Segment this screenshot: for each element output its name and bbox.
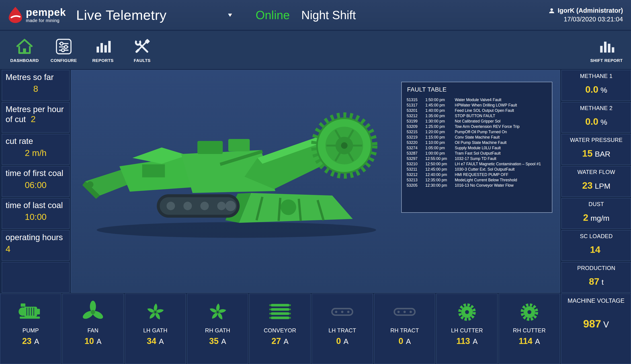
stat-first-coal: time of first coal 06:00 [2, 166, 70, 197]
nav-bar: DASHBOARD CONFIGURE [0, 31, 631, 69]
cutter-icon [454, 298, 480, 327]
user-name: IgorK (Administrator) [558, 7, 623, 14]
gathering-arm-icon [142, 298, 168, 327]
fault-id: 53274 [407, 145, 423, 150]
content-area: Metres so far 8 Metres per hour of cut 2… [0, 70, 631, 293]
fault-row: 53219 1:15:00 pm Conv State Machine Faul… [407, 134, 547, 140]
datetime: 17/03/2020 03:21:04 [548, 16, 623, 23]
fault-id: 53210 [407, 161, 423, 167]
motor-pump: PUMP 23A [0, 294, 61, 364]
fault-time: 1:40:00 pm [425, 108, 452, 113]
fault-description: Supply Module L0LU Fault [455, 145, 547, 150]
fault-time: 1:30:00 pm [425, 118, 452, 124]
fault-id: 51315 [407, 97, 423, 102]
pump-icon [16, 298, 44, 327]
bar-chart-icon [94, 37, 112, 56]
motor-lh-cutter: LH CUTTER 113A [436, 294, 498, 364]
top-bar: pempek made for mining Live Telemetry ▼ … [0, 0, 631, 30]
fault-id: 53199 [407, 118, 423, 124]
fault-time: 1:50:00 pm [425, 97, 452, 102]
fault-description: 1030-3 Cutter Ext. Sol OutputFault [455, 167, 547, 172]
machine-voltage-panel: MACHINE VOLTAGE 987V [561, 294, 631, 364]
app-root: pempek made for mining Live Telemetry ▼ … [0, 0, 631, 364]
sensor-sc-loaded: SC LOADED 14 [562, 230, 631, 261]
fault-time: 12:30:00 pm [425, 183, 452, 188]
fault-time: 12:40:00 pm [425, 172, 452, 177]
fault-id: 53213 [407, 177, 423, 183]
sensor-methane-2: METHANE 2 0.0% [562, 102, 631, 133]
fault-time: 12:45:00 pm [425, 167, 452, 172]
fault-time: 1:45:00 pm [425, 102, 452, 108]
fault-time: 1:05:00 pm [425, 145, 452, 150]
fault-description: Tow Arm Overtension REV Force Trip [455, 124, 547, 129]
motor-rh-cutter: RH CUTTER 114A [499, 294, 560, 364]
fault-time: 1:20:00 pm [425, 129, 452, 134]
track-icon [390, 298, 419, 327]
conveyor-icon [266, 298, 294, 327]
nav-dashboard[interactable]: DASHBOARD [5, 37, 44, 63]
fault-time: 12:35:00 pm [425, 177, 452, 183]
fault-description: Oil Pump State Machine Fault [455, 140, 547, 145]
motor-fan: FAN 10A [62, 294, 124, 364]
page-title: Live Telemetry [76, 7, 167, 23]
motor-lh-gath: LH GATH 34A [125, 294, 186, 364]
stat-cut-rate: cut rate 2 m/h [2, 134, 70, 164]
fault-description: LH e7 FAULT Magnetic Contamination – Spo… [455, 161, 547, 167]
fault-id: 53297 [407, 156, 423, 161]
shift-name: Night Shift [301, 8, 356, 22]
fault-row: 53215 1:20:00 pm PumpOff-Oil Pump Turned… [407, 129, 547, 134]
gathering-arm-icon [205, 298, 230, 327]
nav-faults[interactable]: FAULTS [122, 37, 162, 63]
fault-time: 1:25:00 pm [425, 124, 452, 129]
fault-description: ModeLight Current Below Threshold [455, 177, 547, 183]
sensor-methane-1: METHANE 1 0.0% [562, 70, 631, 101]
stat-empty-panel [2, 262, 70, 293]
fault-row: 53211 12:45:00 pm 1030-3 Cutter Ext. Sol… [407, 167, 547, 172]
fault-time: 1:35:00 pm [425, 113, 452, 118]
fault-id: 53220 [407, 140, 423, 145]
fault-time: 1:15:00 pm [425, 134, 452, 140]
fault-description: Conv State Machine Fault [455, 134, 547, 140]
motor-status-row: PUMP 23A FAN 10A [0, 294, 631, 364]
pempek-logo-icon [8, 6, 23, 24]
fault-row: 53213 12:35:00 pm ModeLight Current Belo… [407, 177, 547, 183]
sliders-icon [55, 37, 72, 56]
sensor-dust: DUST 2mg/m [562, 198, 631, 229]
user-icon [548, 7, 555, 14]
stat-last-coal: time of last coal 10:00 [2, 198, 70, 229]
fault-description: Water Module Valve4 Fault [455, 97, 547, 102]
fault-row: 53220 1:10:00 pm Oil Pump State Machine … [407, 140, 547, 145]
fault-table[interactable]: FAULT TABLE 51315 1:50:00 pm Water Modul… [401, 82, 552, 213]
fault-row: 53297 12:55:00 pm 1032-17 Sump TD Fault [407, 156, 547, 161]
nav-reports[interactable]: REPORTS [83, 37, 122, 63]
pempek-logo: pempek made for mining [8, 6, 66, 24]
fault-id: 53209 [407, 124, 423, 129]
chevron-down-icon[interactable]: ▼ [226, 12, 233, 18]
home-icon [15, 37, 34, 56]
fault-description: Feed Line SOL Output Open Fault [455, 108, 547, 113]
nav-shift-report[interactable]: SHIFT REPORT [587, 37, 626, 63]
fault-time: 1:10:00 pm [425, 140, 452, 145]
motor-rh-gath: RH GATH 35A [187, 294, 248, 364]
fault-description: HPWater When Drilling LOWP Fault [455, 102, 547, 108]
nav-configure[interactable]: CONFIGURE [44, 37, 83, 63]
fault-row: 53199 1:30:00 pm Not Calibrated Gripper … [407, 118, 547, 124]
fault-id: 53212 [407, 172, 423, 177]
stat-metres-so-far: Metres so far 8 [2, 70, 70, 101]
fault-row: 53212 1:35:00 pm STOP BUTTON FAULT [407, 113, 547, 118]
fault-row: 53209 1:25:00 pm Tow Arm Overtension REV… [407, 124, 547, 129]
fault-description: HMI REQUESTED PUMP OFF [455, 172, 547, 177]
sensor-water-flow: WATER FLOW 23LPM [562, 166, 631, 197]
main-viewport: FAULT TABLE 51315 1:50:00 pm Water Modul… [71, 70, 560, 293]
tools-icon [133, 37, 151, 56]
motor-lh-tract: LH TRACT 0A [312, 294, 373, 364]
fault-row: 53287 1:00:00 pm Tram Fast Sol OutputFau… [407, 150, 547, 156]
user-menu[interactable]: IgorK (Administrator) 17/03/2020 03:21:0… [548, 7, 623, 23]
fault-row: 53210 12:50:00 pm LH e7 FAULT Magnetic C… [407, 161, 547, 167]
fault-id: 53212 [407, 113, 423, 118]
fault-table-title: FAULT TABLE [407, 86, 547, 93]
fault-id: 53201 [407, 108, 423, 113]
fault-description: PumpOff-Oil Pump Turned On [455, 129, 547, 134]
fault-row: 51317 1:45:00 pm HPWater When Drilling L… [407, 102, 547, 108]
sensor-water-pressure: WATER PRESSURE 15BAR [562, 134, 631, 164]
